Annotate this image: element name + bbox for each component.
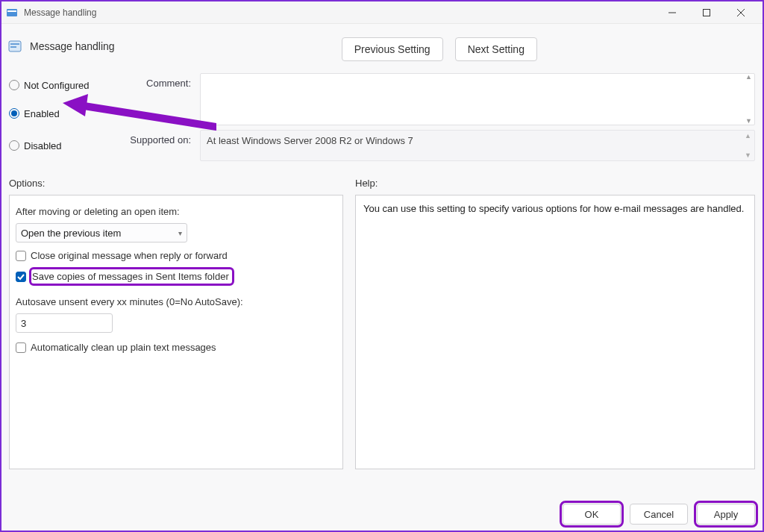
- autosave-input[interactable]: 3: [16, 313, 113, 333]
- radio-indicator: [9, 140, 19, 151]
- supported-on-text: At least Windows Server 2008 R2 or Windo…: [200, 130, 755, 161]
- radio-indicator: [9, 80, 19, 90]
- save-sent-highlight: Save copies of messages in Sent Items fo…: [29, 267, 234, 286]
- spin-up-icon[interactable]: ▲: [745, 74, 753, 81]
- radio-label: Not Configured: [24, 80, 89, 91]
- next-setting-button[interactable]: Next Setting: [455, 37, 537, 61]
- setting-icon: [7, 39, 22, 54]
- combo-value: Open the previous item: [21, 228, 121, 239]
- svg-rect-2: [704, 9, 710, 16]
- cancel-button[interactable]: Cancel: [630, 504, 688, 525]
- checkbox-indicator: [16, 342, 26, 353]
- spin-up-icon[interactable]: ▲: [745, 132, 752, 140]
- app-icon: [6, 7, 18, 19]
- radio-enabled[interactable]: Enabled: [9, 104, 113, 124]
- ok-button[interactable]: OK: [563, 504, 621, 525]
- radio-label: Enabled: [24, 108, 60, 119]
- titlebar: Message handling: [1, 1, 763, 24]
- help-text: You can use this setting to specify vari…: [363, 203, 747, 214]
- save-sent-checkbox[interactable]: Save copies of messages in Sent Items fo…: [16, 264, 336, 289]
- radio-disabled[interactable]: Disabled: [9, 136, 113, 156]
- close-original-checkbox[interactable]: Close original message when reply or for…: [16, 247, 336, 264]
- checkbox-label: Close original message when reply or for…: [31, 250, 228, 261]
- svg-rect-5: [10, 46, 16, 48]
- help-panel: You can use this setting to specify vari…: [355, 195, 755, 469]
- window-close-button[interactable]: [724, 1, 758, 24]
- chevron-down-icon: ▾: [178, 229, 182, 237]
- spin-down-icon[interactable]: ▼: [745, 151, 752, 159]
- checkbox-label: Save copies of messages in Sent Items fo…: [32, 271, 229, 282]
- svg-rect-4: [10, 43, 19, 45]
- svg-rect-1: [7, 10, 16, 12]
- radio-not-configured[interactable]: Not Configured: [9, 75, 113, 96]
- options-section-label: Options:: [9, 178, 343, 189]
- previous-setting-button[interactable]: Previous Setting: [342, 37, 443, 61]
- window-maximize-button[interactable]: [689, 1, 724, 24]
- window-title: Message handling: [24, 7, 96, 18]
- help-section-label: Help:: [355, 178, 378, 189]
- checkbox-indicator: [16, 251, 26, 261]
- checkbox-label: Automatically clean up plain text messag…: [31, 342, 216, 353]
- autosave-label: Autosave unsent every xx minutes (0=No A…: [16, 293, 336, 310]
- radio-label: Disabled: [24, 140, 62, 151]
- spin-down-icon[interactable]: ▼: [745, 118, 753, 125]
- after-move-combo[interactable]: Open the previous item ▾: [16, 223, 187, 242]
- options-panel: After moving or deleting an open item: O…: [9, 195, 343, 469]
- after-move-label: After moving or deleting an open item:: [16, 203, 336, 220]
- window-minimize-button[interactable]: [655, 1, 689, 24]
- svg-rect-0: [7, 9, 17, 16]
- comment-textarea[interactable]: ▲▼: [200, 73, 755, 125]
- checkbox-indicator: [16, 272, 26, 282]
- comment-label: Comment:: [119, 73, 194, 89]
- supported-on-label: Supported on:: [119, 130, 194, 145]
- radio-indicator: [9, 108, 19, 119]
- apply-button[interactable]: Apply: [697, 504, 755, 525]
- auto-cleanup-checkbox[interactable]: Automatically clean up plain text messag…: [16, 339, 336, 356]
- header-title: Message handling: [30, 40, 115, 52]
